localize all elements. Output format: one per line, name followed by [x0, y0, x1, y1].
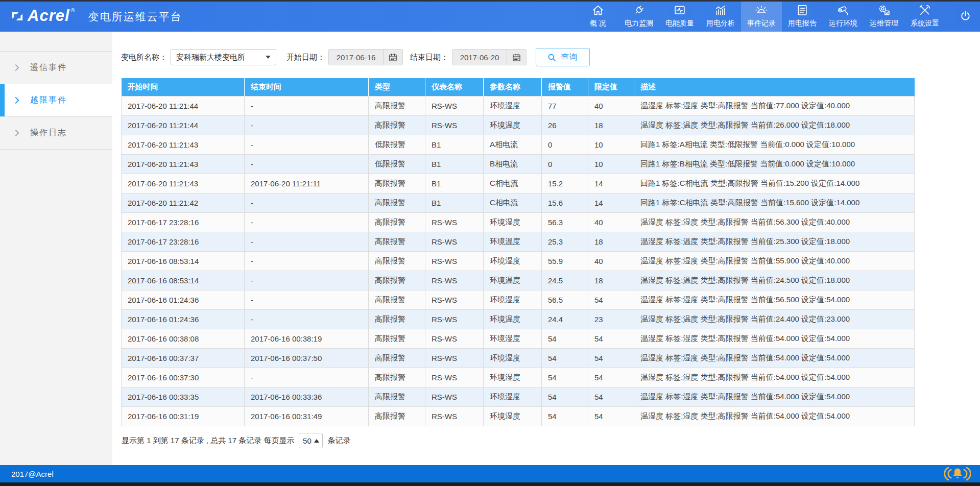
table-cell: 2017-06-16 00:38:19 — [245, 329, 369, 349]
end-date-group: 2017-06-20 — [452, 49, 527, 65]
sidebar-item-remote-signal-events[interactable]: 遥信事件 — [0, 52, 112, 84]
table-cell: 环境湿度 — [484, 252, 542, 271]
nav-item-usage-analysis[interactable]: 用电分析 — [700, 0, 741, 32]
search-icon — [547, 53, 556, 62]
table-cell: 2017-06-20 11:21:43 — [122, 135, 245, 155]
table-cell: 54 — [588, 407, 634, 426]
table-cell: - — [245, 155, 369, 174]
table-cell: RS-WS — [425, 310, 484, 329]
table-row: 2017-06-16 00:33:352017-06-16 00:33:36高限… — [122, 387, 915, 407]
table-cell: 高限报警 — [369, 116, 425, 135]
copyright-text: 2017@Acrel — [11, 470, 54, 478]
end-date-calendar-button[interactable] — [507, 50, 526, 65]
caret-up-icon — [314, 439, 319, 443]
table-cell: 回路1 标签:A相电流 类型:低限报警 当前值:0.000 设定值:10.000 — [634, 135, 915, 155]
table-cell: - — [245, 213, 369, 232]
table-cell: C相电流 — [484, 193, 542, 213]
table-cell: 54 — [542, 407, 588, 426]
table-cell: 2017-06-16 01:24:36 — [122, 310, 245, 329]
table-cell: 10 — [588, 155, 634, 174]
start-date-calendar-button[interactable] — [383, 50, 402, 65]
column-header: 限定值 — [588, 78, 634, 96]
table-cell: 高限报警 — [369, 271, 425, 290]
table-cell: 环境湿度 — [484, 387, 542, 407]
nav-item-event-record[interactable]: 事件记录 — [741, 0, 782, 32]
table-cell: 2017-06-17 23:28:16 — [122, 232, 245, 252]
table-cell: 54 — [588, 368, 634, 387]
table-cell: 环境湿度 — [484, 96, 542, 116]
search-button[interactable]: 查询 — [536, 48, 590, 66]
table-cell: 2017-06-16 00:31:19 — [122, 407, 245, 426]
bar-chart-icon — [714, 4, 727, 17]
table-cell: 高限报警 — [369, 252, 425, 271]
nav-item-power-monitor[interactable]: 电力监测 — [618, 0, 659, 32]
search-button-label: 查询 — [561, 52, 578, 63]
table-cell: RS-WS — [425, 387, 484, 407]
table-header-row: 开始时间结束时间类型仪表名称参数名称报警值限定值描述 — [122, 78, 915, 96]
report-document-icon — [796, 4, 809, 17]
nav-item-power-quality[interactable]: 电能质量 — [659, 0, 700, 32]
start-date-input[interactable]: 2017-06-16 — [329, 50, 383, 65]
table-body: 2017-06-20 11:21:44-高限报警RS-WS环境湿度7740温湿度… — [122, 96, 915, 426]
table-cell: 2017-06-17 23:28:16 — [122, 213, 245, 232]
app-window: Acrel ® 变电所运维云平台 概 况电力监测电能质量用电分析事件记录用电报告… — [0, 0, 980, 486]
table-cell: 高限报警 — [369, 290, 425, 310]
logout-power-button[interactable] — [950, 10, 980, 22]
nav-item-usage-report[interactable]: 用电报告 — [782, 0, 823, 32]
table-cell: 2017-06-20 11:21:44 — [122, 116, 245, 135]
table-cell: 回路1 标签:C相电流 类型:高限报警 当前值:15.600 设定值:14.00… — [634, 193, 915, 213]
page-size-select[interactable]: 50 — [299, 433, 323, 448]
nav-item-label: 用电分析 — [706, 19, 735, 28]
station-name-label: 变电所名称： — [121, 53, 167, 62]
table-cell: - — [245, 252, 369, 271]
column-header: 描述 — [634, 78, 915, 96]
table-cell: 54 — [542, 387, 588, 407]
nav-item-maintenance[interactable]: 运维管理 — [864, 0, 904, 32]
column-header: 结束时间 — [245, 78, 369, 96]
nav-item-label: 概 况 — [590, 19, 606, 28]
end-date-input[interactable]: 2017-06-20 — [452, 50, 507, 65]
table-cell: C相电流 — [484, 174, 542, 193]
table-cell: 高限报警 — [369, 213, 425, 232]
alarm-bell-button[interactable] — [944, 466, 971, 483]
nav-item-label: 用电报告 — [788, 19, 817, 28]
window-top-edge — [0, 0, 980, 2]
table-row: 2017-06-20 11:21:42-高限报警B1C相电流15.614回路1 … — [122, 193, 915, 213]
nav-item-environment[interactable]: 运行环境 — [823, 0, 864, 32]
footer-inner: 2017@Acrel — [0, 465, 980, 482]
table-cell: 环境湿度 — [484, 407, 542, 426]
sidebar-item-limit-violation-events[interactable]: 越限事件 — [0, 84, 112, 117]
table-cell: 环境湿度 — [484, 368, 542, 387]
table-cell: 温湿度 标签:湿度 类型:高限报警 当前值:77.000 设定值:40.000 — [634, 96, 915, 116]
start-date-label: 开始日期： — [286, 53, 325, 62]
nav-item-label: 运维管理 — [870, 19, 898, 28]
gear-check-icon — [877, 4, 891, 17]
logo-registered-mark: ® — [71, 8, 75, 13]
nav-item-overview[interactable]: 概 况 — [578, 0, 618, 32]
table-cell: 2017-06-20 11:21:43 — [122, 155, 245, 174]
table-cell: 2017-06-16 00:37:37 — [122, 349, 245, 368]
table-cell: 高限报警 — [369, 193, 425, 213]
table-cell: 温湿度 标签:湿度 类型:高限报警 当前值:54.000 设定值:54.000 — [634, 329, 915, 349]
table-cell: 2017-06-16 00:31:49 — [245, 407, 369, 426]
table-cell: 温湿度 标签:温度 类型:高限报警 当前值:24.400 设定值:23.000 — [634, 310, 915, 329]
home-icon — [591, 4, 605, 17]
table-cell: 24.5 — [542, 271, 588, 290]
column-header: 参数名称 — [484, 78, 542, 96]
sidebar-item-operation-log[interactable]: 操作日志 — [0, 117, 112, 150]
table-row: 2017-06-16 01:24:36-高限报警RS-WS环境湿度56.554温… — [122, 290, 915, 310]
table-cell: 低限报警 — [369, 155, 425, 174]
nav-item-label: 电力监测 — [625, 19, 653, 28]
table-cell: 高限报警 — [369, 387, 425, 407]
chevron-right-icon — [15, 129, 19, 137]
table-cell: RS-WS — [425, 96, 484, 116]
table-row: 2017-06-20 11:21:43-低限报警B1A相电流010回路1 标签:… — [122, 135, 915, 155]
column-header: 类型 — [369, 78, 425, 96]
table-cell: 56.5 — [542, 290, 588, 310]
events-table-wrap: 开始时间结束时间类型仪表名称参数名称报警值限定值描述 2017-06-20 11… — [121, 78, 914, 426]
table-row: 2017-06-16 00:38:082017-06-16 00:38:19高限… — [122, 329, 915, 349]
station-select[interactable]: 安科瑞新大楼变电所 — [171, 49, 276, 65]
nav-item-system-settings[interactable]: 系统设置 — [904, 0, 945, 32]
table-cell: 环境温度 — [484, 310, 542, 329]
table-cell: B1 — [425, 174, 484, 193]
